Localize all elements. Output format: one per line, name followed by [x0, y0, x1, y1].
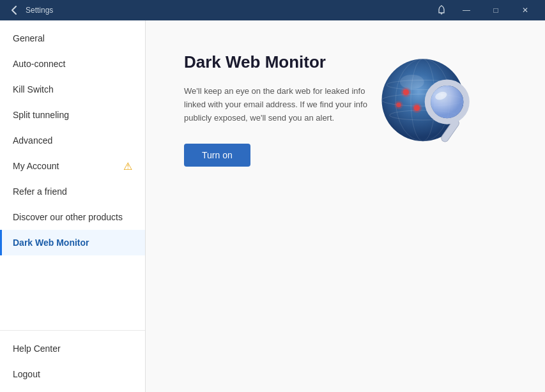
app-title: Settings: [23, 6, 431, 15]
maximize-button[interactable]: □: [481, 0, 510, 20]
sidebar-item-split-tunneling[interactable]: Split tunneling: [0, 102, 145, 128]
sidebar-item-kill-switch[interactable]: Kill Switch: [0, 77, 145, 102]
minimize-button[interactable]: —: [452, 0, 481, 20]
app-body: General Auto-connect Kill Switch Split t…: [0, 20, 545, 392]
sidebar-item-refer-a-friend[interactable]: Refer a friend: [0, 179, 145, 204]
page-title: Dark Web Monitor: [184, 52, 372, 72]
sidebar-footer: Help Center Logout: [0, 330, 145, 392]
sidebar-item-general[interactable]: General: [0, 26, 145, 51]
sidebar: General Auto-connect Kill Switch Split t…: [0, 20, 146, 392]
sidebar-item-my-account[interactable]: My Account ⚠: [0, 153, 145, 179]
back-button[interactable]: [5, 1, 23, 19]
main-content: Dark Web Monitor We'll keep an eye on th…: [146, 20, 545, 392]
sidebar-nav: General Auto-connect Kill Switch Split t…: [0, 20, 145, 330]
sidebar-item-help-center[interactable]: Help Center: [0, 336, 145, 361]
sidebar-item-advanced[interactable]: Advanced: [0, 128, 145, 153]
warning-icon: ⚠: [123, 160, 132, 172]
sidebar-item-logout[interactable]: Logout: [0, 361, 145, 387]
turn-on-button[interactable]: Turn on: [184, 144, 250, 167]
content-header: Dark Web Monitor We'll keep an eye on th…: [184, 52, 507, 167]
dark-web-monitor-illustration: [372, 46, 494, 148]
sidebar-item-auto-connect[interactable]: Auto-connect: [0, 51, 145, 77]
content-description: We'll keep an eye on the dark web for le…: [184, 85, 372, 124]
svg-rect-0: [441, 5, 442, 6]
svg-point-13: [394, 101, 403, 109]
svg-point-11: [412, 103, 422, 112]
content-left: Dark Web Monitor We'll keep an eye on th…: [184, 52, 372, 167]
sidebar-item-dark-web-monitor[interactable]: Dark Web Monitor: [0, 230, 145, 255]
svg-point-14: [400, 75, 424, 89]
notification-bell-icon[interactable]: [431, 0, 452, 20]
sidebar-item-discover-other-products[interactable]: Discover our other products: [0, 204, 145, 230]
title-bar: Settings — □ ✕: [0, 0, 545, 20]
close-button[interactable]: ✕: [510, 0, 540, 20]
svg-point-17: [431, 86, 463, 118]
